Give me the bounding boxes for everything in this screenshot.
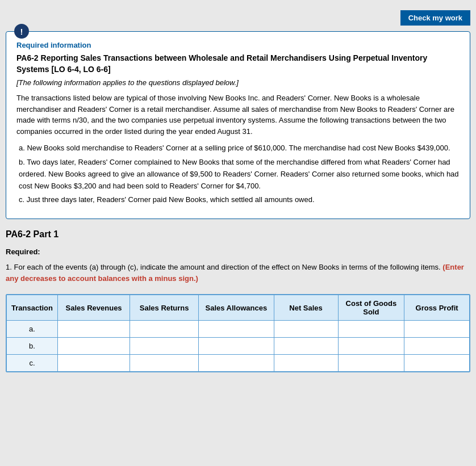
input-b-cost-of-goods-sold[interactable] bbox=[338, 338, 404, 355]
transactions-table: Transaction Sales Revenues Sales Returns… bbox=[6, 295, 470, 372]
info-title: PA6-2 Reporting Sales Transactions betwe… bbox=[16, 53, 460, 75]
required-label: Required information bbox=[16, 41, 460, 49]
field-b-cost-of-goods-sold[interactable] bbox=[339, 338, 404, 354]
info-box: ! Required information PA6-2 Reporting S… bbox=[6, 31, 470, 219]
transaction-label-b: b. bbox=[7, 338, 58, 355]
info-list: a. New Books sold merchandise to Readers… bbox=[16, 142, 460, 206]
part-section: PA6-2 Part 1 Required: 1. For each of th… bbox=[6, 229, 470, 380]
col-header-gross-profit: Gross Profit bbox=[404, 295, 470, 321]
info-subtitle: [The following information applies to th… bbox=[16, 78, 460, 87]
field-a-sales-revenues[interactable] bbox=[58, 321, 130, 337]
instruction: 1. For each of the events (a) through (c… bbox=[6, 262, 470, 284]
input-c-sales-returns[interactable] bbox=[130, 355, 199, 372]
instruction-text: For each of the events (a) through (c), … bbox=[14, 263, 440, 271]
field-a-sales-allowances[interactable] bbox=[199, 321, 274, 337]
col-header-sales-allowances: Sales Allowances bbox=[199, 295, 274, 321]
input-a-sales-revenues[interactable] bbox=[57, 321, 130, 338]
top-bar: Check my work bbox=[6, 6, 470, 31]
input-b-gross-profit[interactable] bbox=[404, 338, 470, 355]
instruction-number: 1. bbox=[6, 263, 12, 271]
input-a-net-sales[interactable] bbox=[274, 321, 338, 338]
field-a-gross-profit[interactable] bbox=[404, 321, 469, 337]
required-text: Required: bbox=[6, 247, 470, 256]
input-a-gross-profit[interactable] bbox=[404, 321, 470, 338]
list-item-c: c. Just three days later, Readers' Corne… bbox=[19, 194, 460, 206]
input-b-sales-allowances[interactable] bbox=[199, 338, 274, 355]
field-c-gross-profit[interactable] bbox=[404, 355, 469, 371]
field-a-net-sales[interactable] bbox=[274, 321, 338, 337]
list-item-b: b. Two days later, Readers' Corner compl… bbox=[19, 157, 460, 192]
col-header-net-sales: Net Sales bbox=[274, 295, 338, 321]
transaction-label-c: c. bbox=[7, 355, 58, 372]
input-b-sales-returns[interactable] bbox=[130, 338, 199, 355]
field-c-sales-returns[interactable] bbox=[130, 355, 198, 371]
field-c-sales-revenues[interactable] bbox=[58, 355, 130, 371]
list-item-a: a. New Books sold merchandise to Readers… bbox=[19, 142, 460, 154]
part-title: PA6-2 Part 1 bbox=[6, 229, 470, 240]
input-a-cost-of-goods-sold[interactable] bbox=[338, 321, 404, 338]
input-a-sales-returns[interactable] bbox=[130, 321, 199, 338]
field-c-net-sales[interactable] bbox=[274, 355, 338, 371]
table-row: b. bbox=[7, 338, 470, 355]
field-a-sales-returns[interactable] bbox=[130, 321, 198, 337]
field-c-cost-of-goods-sold[interactable] bbox=[339, 355, 404, 371]
table-row: a. bbox=[7, 321, 470, 338]
col-header-sales-returns: Sales Returns bbox=[130, 295, 199, 321]
field-b-sales-allowances[interactable] bbox=[199, 338, 274, 354]
input-b-sales-revenues[interactable] bbox=[57, 338, 130, 355]
input-c-sales-allowances[interactable] bbox=[199, 355, 274, 372]
field-b-sales-revenues[interactable] bbox=[58, 338, 130, 354]
input-c-net-sales[interactable] bbox=[274, 355, 338, 372]
col-header-sales-revenues: Sales Revenues bbox=[57, 295, 130, 321]
field-b-gross-profit[interactable] bbox=[404, 338, 469, 354]
col-header-transaction: Transaction bbox=[7, 295, 58, 321]
input-a-sales-allowances[interactable] bbox=[199, 321, 274, 338]
field-a-cost-of-goods-sold[interactable] bbox=[339, 321, 404, 337]
field-b-sales-returns[interactable] bbox=[130, 338, 198, 354]
transactions-table-wrap: Transaction Sales Revenues Sales Returns… bbox=[6, 294, 470, 372]
input-c-cost-of-goods-sold[interactable] bbox=[338, 355, 404, 372]
transaction-label-a: a. bbox=[7, 321, 58, 338]
info-body: The transactions listed below are typica… bbox=[16, 93, 460, 137]
table-row: c. bbox=[7, 355, 470, 372]
col-header-cost-of-goods-sold: Cost of Goods Sold bbox=[338, 295, 404, 321]
input-c-gross-profit[interactable] bbox=[404, 355, 470, 372]
field-c-sales-allowances[interactable] bbox=[199, 355, 274, 371]
check-my-work-button[interactable]: Check my work bbox=[400, 10, 470, 26]
field-b-net-sales[interactable] bbox=[274, 338, 338, 354]
input-c-sales-revenues[interactable] bbox=[57, 355, 130, 372]
input-b-net-sales[interactable] bbox=[274, 338, 338, 355]
info-icon: ! bbox=[14, 24, 29, 39]
